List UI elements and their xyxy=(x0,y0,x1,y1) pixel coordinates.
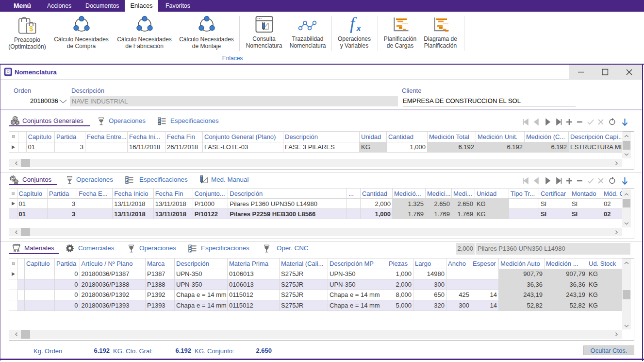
svg-text:$: $ xyxy=(29,25,33,33)
svg-text:x: x xyxy=(356,24,362,33)
